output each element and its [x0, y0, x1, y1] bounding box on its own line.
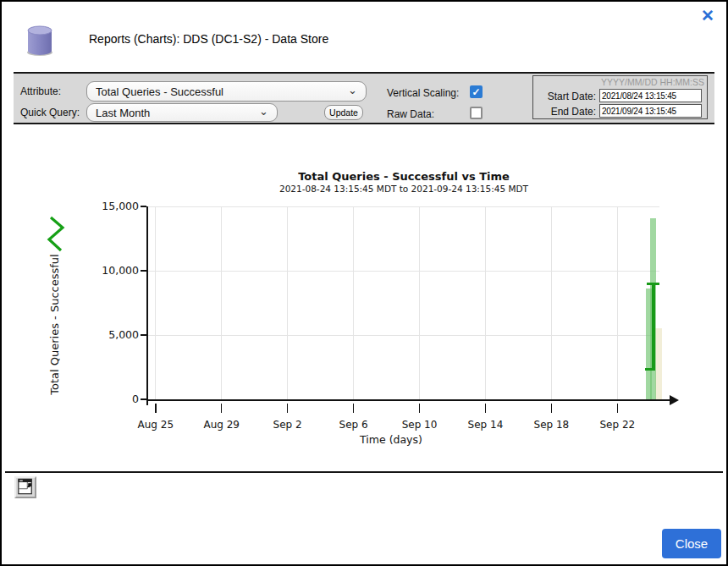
footer-divider — [5, 471, 723, 473]
close-icon[interactable]: ✕ — [701, 7, 714, 25]
v-gridline — [617, 206, 618, 399]
x-tick — [419, 404, 421, 413]
y-tick — [141, 398, 146, 400]
x-tick-label: Aug 29 — [196, 419, 247, 431]
x-tick-label: Sep 6 — [328, 419, 379, 431]
reports-chart-dialog: Reports (Charts): DDS (DC1-S2) - Data St… — [0, 0, 728, 566]
chart-title: Total Queries - Successful vs Time — [148, 170, 659, 183]
quick-query-label: Quick Query: — [20, 107, 80, 118]
y-tick — [141, 334, 146, 336]
average-cap-bottom — [645, 368, 655, 371]
average-cap-top — [647, 283, 659, 285]
h-gridline — [148, 335, 659, 336]
x-tick-label: Sep 10 — [394, 419, 445, 431]
date-range-box: YYYY/MM/DD HH:MM:SS Start Date: End Date… — [532, 75, 708, 119]
v-gridline — [551, 206, 552, 399]
range-bar — [650, 218, 656, 399]
x-tick — [287, 404, 289, 413]
y-tick — [141, 206, 146, 207]
h-gridline — [148, 206, 659, 207]
update-button[interactable]: Update — [324, 105, 363, 120]
x-tick-label: Sep 22 — [592, 419, 643, 431]
x-axis-line — [146, 399, 670, 401]
area-fill-bar — [655, 328, 662, 399]
x-tick — [485, 404, 487, 413]
x-tick-label: Sep 14 — [460, 419, 510, 431]
chart-subtitle: 2021-08-24 13:15:45 MDT to 2021-09-24 13… — [148, 184, 659, 194]
v-gridline — [485, 206, 486, 399]
y-axis-line — [146, 206, 148, 405]
y-tick-label: 15,000 — [85, 200, 139, 212]
close-button[interactable]: Close — [662, 529, 721, 558]
v-gridline — [221, 206, 222, 399]
x-tick-label: Aug 25 — [130, 419, 181, 431]
vertical-scaling-label: Vertical Scaling: — [387, 87, 459, 99]
start-date-label: Start Date: — [535, 91, 596, 102]
y-tick-label: 0 — [85, 393, 139, 405]
quick-query-select[interactable]: Last Month ⌄ — [86, 103, 278, 122]
attribute-label: Attribute: — [20, 85, 61, 97]
chevron-down-icon: ⌄ — [259, 105, 268, 118]
date-format-hint: YYYY/MM/DD HH:MM:SS — [601, 77, 704, 87]
range-bar — [646, 288, 652, 399]
y-tick — [141, 270, 146, 272]
open-report-window-button[interactable] — [14, 476, 36, 498]
x-tick — [551, 404, 553, 413]
raw-data-label: Raw Data: — [387, 108, 434, 120]
v-gridline — [287, 206, 288, 399]
dialog-title: Reports (Charts): DDS (DC1-S2) - Data St… — [89, 32, 328, 46]
start-date-input[interactable] — [599, 89, 702, 102]
x-tick — [617, 404, 619, 413]
h-gridline — [148, 271, 659, 272]
chevron-down-icon: ⌄ — [348, 84, 357, 96]
x-axis-arrowhead — [670, 395, 679, 405]
x-axis-title: Time (days) — [137, 433, 645, 446]
average-bar — [652, 283, 655, 370]
x-tick-label: Sep 18 — [526, 419, 576, 431]
raw-data-checkbox[interactable] — [470, 107, 483, 119]
v-gridline — [353, 206, 354, 399]
x-tick-label: Sep 2 — [262, 419, 313, 431]
quick-query-select-value: Last Month — [96, 107, 254, 119]
attribute-select-value: Total Queries - Successful — [96, 85, 343, 98]
datastore-database-icon — [25, 24, 56, 61]
chart-toolbar: Attribute: Total Queries - Successful ⌄ … — [14, 72, 714, 124]
y-tick-label: 10,000 — [85, 264, 139, 277]
v-gridline — [419, 206, 420, 399]
attribute-select[interactable]: Total Queries - Successful ⌄ — [86, 81, 367, 102]
x-tick — [221, 404, 223, 413]
end-date-label: End Date: — [535, 106, 596, 118]
y-axis-title: Total Queries - Successful — [48, 223, 61, 426]
x-tick — [155, 404, 157, 413]
end-date-input[interactable] — [599, 104, 702, 118]
vertical-scaling-checkbox[interactable]: ✓ — [470, 85, 483, 98]
report-window-icon — [17, 485, 34, 497]
y-tick-label: 5,000 — [85, 328, 139, 341]
v-gridline — [155, 206, 156, 399]
x-tick — [353, 404, 355, 413]
